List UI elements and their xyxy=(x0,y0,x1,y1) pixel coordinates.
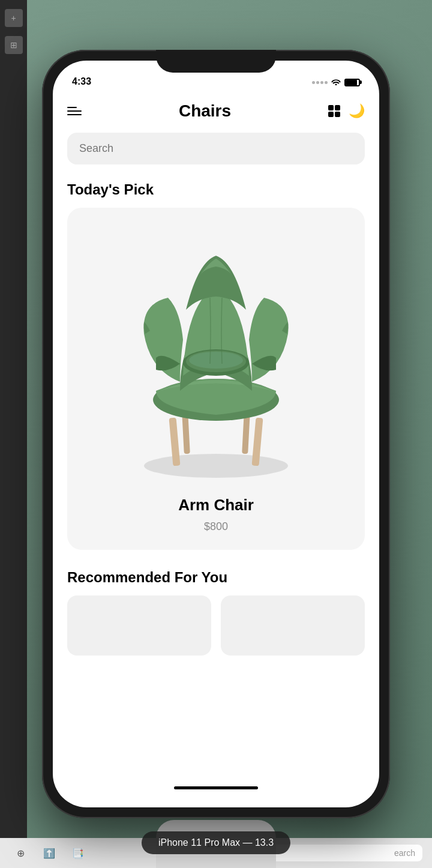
product-name: Arm Chair xyxy=(67,496,365,514)
sidebar-item-2[interactable]: ⊞ xyxy=(5,36,23,54)
menu-icon[interactable] xyxy=(67,107,82,115)
header-actions: 🌙 xyxy=(328,103,365,119)
chair-image xyxy=(67,208,365,496)
grid-view-icon[interactable] xyxy=(328,105,340,117)
page-title: Chairs xyxy=(179,101,231,121)
phone-notch xyxy=(156,50,276,73)
todays-pick-card[interactable]: Arm Chair $800 xyxy=(67,208,365,550)
bookmark-button[interactable]: 📑 xyxy=(67,842,89,864)
recommended-section: Recommended For You xyxy=(67,569,365,656)
todays-pick-label: Today's Pick xyxy=(67,181,365,198)
status-icons xyxy=(312,77,360,87)
rec-card-2[interactable] xyxy=(221,595,365,656)
home-indicator[interactable] xyxy=(174,786,258,789)
search-input[interactable] xyxy=(79,142,353,155)
phone-screen: 4:33 xyxy=(53,61,379,807)
recommended-cards xyxy=(67,595,365,656)
wifi-icon xyxy=(331,77,341,87)
signal-icon xyxy=(312,81,328,84)
dark-mode-icon[interactable]: 🌙 xyxy=(349,103,365,119)
svg-point-0 xyxy=(144,454,288,478)
product-price: $800 xyxy=(67,520,365,533)
phone-frame: 4:33 xyxy=(42,50,390,818)
device-label: iPhone 11 Pro Max — 13.3 xyxy=(142,831,290,854)
zoom-in-button[interactable]: ⊕ xyxy=(10,842,31,864)
status-time: 4:33 xyxy=(72,76,91,87)
battery-icon xyxy=(344,79,360,86)
share-button[interactable]: ⬆️ xyxy=(38,842,60,864)
desktop-sidebar: + ⊞ xyxy=(0,0,27,868)
search-bar[interactable] xyxy=(67,133,365,164)
recommended-label: Recommended For You xyxy=(67,569,365,586)
outer-wrapper: + ⊞ 4:33 xyxy=(0,0,432,868)
sidebar-item-1[interactable]: + xyxy=(5,9,23,27)
svg-point-8 xyxy=(189,352,243,369)
app-header: Chairs 🌙 xyxy=(67,92,365,133)
app-content: Chairs 🌙 xyxy=(53,92,379,807)
rec-card-1[interactable] xyxy=(67,595,211,656)
search-container xyxy=(67,133,365,164)
chair-svg xyxy=(114,214,318,490)
